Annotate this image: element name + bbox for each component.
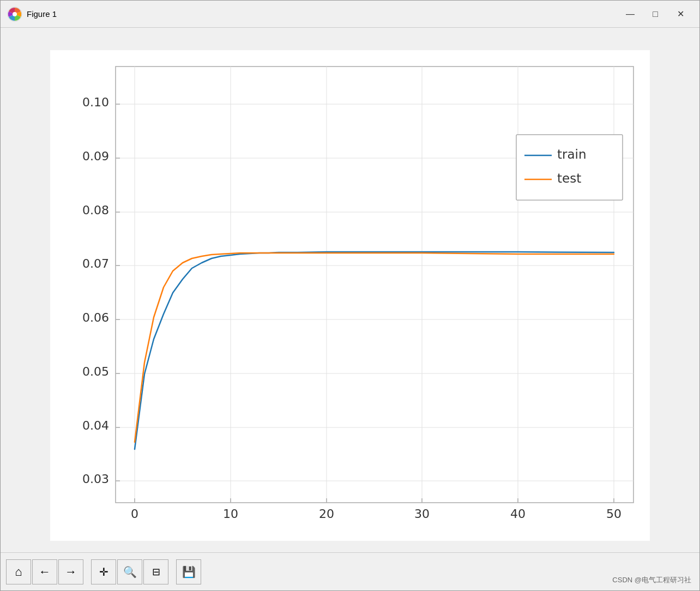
svg-text:0.03: 0.03 xyxy=(82,472,109,486)
legend-train-label: train xyxy=(557,147,587,161)
main-window: Figure 1 — □ ✕ xyxy=(0,0,700,591)
legend-test-label: test xyxy=(557,171,581,185)
titlebar: Figure 1 — □ ✕ xyxy=(1,1,699,28)
footer-wrapper: ⌂ ← → ✛ 🔍 ⊟ 💾 CSDN @电气工程研习社 xyxy=(1,552,699,590)
svg-text:30: 30 xyxy=(414,507,430,521)
back-button[interactable]: ← xyxy=(32,559,57,584)
home-button[interactable]: ⌂ xyxy=(6,559,31,584)
svg-text:0.10: 0.10 xyxy=(82,95,109,109)
svg-point-1 xyxy=(13,12,17,16)
svg-text:0.07: 0.07 xyxy=(82,257,109,270)
svg-text:0: 0 xyxy=(131,507,138,521)
svg-rect-46 xyxy=(516,135,623,200)
content-area: 0.10 0.09 0.08 0.07 0.06 0.05 0.04 0.03 … xyxy=(1,28,699,552)
svg-text:0.08: 0.08 xyxy=(82,203,109,217)
svg-text:0.04: 0.04 xyxy=(82,419,109,432)
svg-text:0.09: 0.09 xyxy=(82,149,109,163)
save-button[interactable]: 💾 xyxy=(176,559,201,584)
forward-button[interactable]: → xyxy=(58,559,83,584)
window-controls: — □ ✕ xyxy=(618,5,693,23)
toolbar: ⌂ ← → ✛ 🔍 ⊟ 💾 xyxy=(1,552,699,590)
svg-text:50: 50 xyxy=(606,507,621,521)
svg-text:0.06: 0.06 xyxy=(82,311,109,324)
pan-button[interactable]: ✛ xyxy=(91,559,116,584)
chart-svg: 0.10 0.09 0.08 0.07 0.06 0.05 0.04 0.03 … xyxy=(50,50,650,541)
svg-rect-3 xyxy=(116,67,633,503)
zoom-button[interactable]: 🔍 xyxy=(117,559,142,584)
configure-button[interactable]: ⊟ xyxy=(143,559,168,584)
svg-text:0.05: 0.05 xyxy=(82,365,109,378)
minimize-button[interactable]: — xyxy=(618,5,643,23)
maximize-button[interactable]: □ xyxy=(643,5,668,23)
window-title: Figure 1 xyxy=(27,9,618,19)
svg-text:40: 40 xyxy=(510,507,526,521)
svg-text:20: 20 xyxy=(319,507,334,521)
close-button[interactable]: ✕ xyxy=(668,5,693,23)
app-icon xyxy=(7,7,22,22)
statusbar-text: CSDN @电气工程研习社 xyxy=(612,575,691,585)
svg-text:10: 10 xyxy=(223,507,238,521)
chart-container: 0.10 0.09 0.08 0.07 0.06 0.05 0.04 0.03 … xyxy=(50,50,650,541)
